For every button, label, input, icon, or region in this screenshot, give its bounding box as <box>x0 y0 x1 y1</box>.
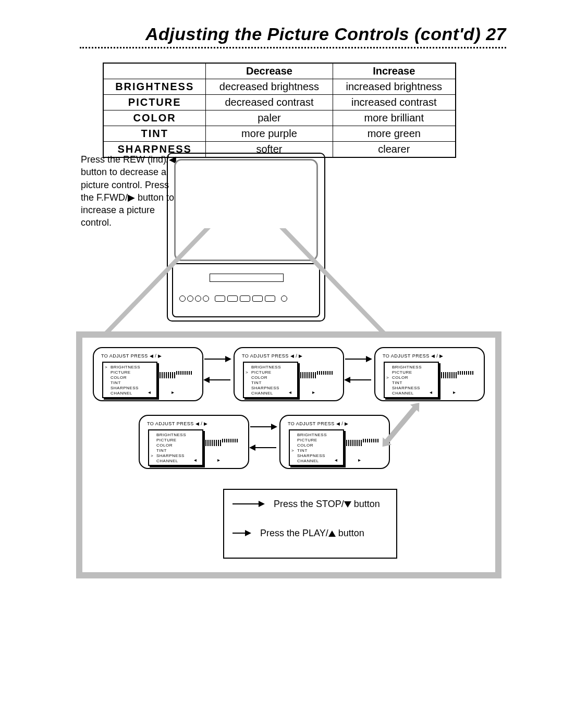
table-row: COLOR paler more brilliant <box>103 110 456 126</box>
manual-page: Adjusting the Picture Controls (cont'd) … <box>0 0 563 728</box>
osd-item: PICTURE <box>151 438 202 443</box>
col-blank <box>103 63 206 79</box>
level-bar <box>300 371 336 377</box>
row-inc: more green <box>333 126 456 142</box>
osd-header: TO ADJUST PRESS ◀ / ▶ <box>383 353 444 359</box>
header-divider <box>80 47 506 48</box>
table-row: PICTURE decreased contrast increased con… <box>103 95 456 110</box>
left-right-indicator: ◂▸ <box>289 389 336 395</box>
row-dec: paler <box>206 110 333 126</box>
left-right-indicator: ◂▸ <box>194 457 241 463</box>
osd-header: TO ADJUST PRESS ◀ / ▶ <box>288 421 349 426</box>
osd-item: TINT <box>246 380 297 386</box>
level-bar <box>346 439 382 445</box>
row-name: COLOR <box>103 110 206 126</box>
osd-item: PICTURE <box>246 370 297 375</box>
osd-header: TO ADJUST PRESS ◀ / ▶ <box>242 353 303 359</box>
arrow-right-icon <box>232 533 250 534</box>
left-right-indicator: ◂▸ <box>430 389 476 395</box>
tape-slot <box>210 274 284 282</box>
table-row: TINT more purple more green <box>103 126 456 142</box>
osd-item: BRIGHTNESS <box>292 433 343 438</box>
arrow-right-icon <box>345 359 371 360</box>
arrow-left-icon <box>345 379 371 380</box>
osd-item: TINT <box>387 380 438 386</box>
title-text: Adjusting the Picture Controls (cont'd) <box>145 24 481 44</box>
osd-flow-panel: TO ADJUST PRESS ◀ / ▶ BRIGHTNESS PICTURE… <box>76 331 501 578</box>
osd-card-color: TO ADJUST PRESS ◀ / ▶ BRIGHTNESS PICTURE… <box>374 347 485 401</box>
osd-item: COLOR <box>151 443 202 448</box>
osd-item: BRIGHTNESS <box>151 433 202 438</box>
legend-play-text: Press the PLAY/ button <box>260 528 375 539</box>
osd-card-tint: TO ADJUST PRESS ◀ / ▶ BRIGHTNESS PICTURE… <box>279 415 390 469</box>
osd-item: PICTURE <box>105 370 156 375</box>
legend-box: Press the STOP/ button Press the PLAY/ b… <box>223 489 397 559</box>
triangle-up-icon <box>328 530 336 537</box>
osd-item: TINT <box>292 448 343 453</box>
osd-item: COLOR <box>292 443 343 448</box>
osd-item: BRIGHTNESS <box>105 365 156 370</box>
row-name: PICTURE <box>103 95 206 110</box>
osd-item: TINT <box>151 448 202 453</box>
row-inc: increased contrast <box>333 95 456 110</box>
row-inc: clearer <box>333 142 456 158</box>
tv-illustration <box>167 153 325 322</box>
col-decrease: Decrease <box>206 63 333 79</box>
osd-item: PICTURE <box>292 438 343 443</box>
table-row: BRIGHTNESS decreased brightness increase… <box>103 79 456 95</box>
page-number: 27 <box>486 24 506 44</box>
osd-item: BRIGHTNESS <box>246 365 297 370</box>
row-dec: more purple <box>206 126 333 142</box>
legend-row-stop: Press the STOP/ button <box>232 498 390 510</box>
arrow-right-icon <box>204 359 230 360</box>
osd-item: COLOR <box>387 375 438 380</box>
col-increase: Increase <box>333 63 456 79</box>
osd-item: COLOR <box>246 375 297 380</box>
level-bar <box>160 371 195 377</box>
vcr-buttons <box>179 293 313 309</box>
osd-item: BRIGHTNESS <box>387 365 438 370</box>
row-inc: more brilliant <box>333 110 456 126</box>
level-bar <box>441 371 476 377</box>
row-name: TINT <box>103 126 206 142</box>
arrow-left-icon <box>250 447 276 448</box>
osd-item: TINT <box>105 380 156 386</box>
osd-item: COLOR <box>105 375 156 380</box>
row-dec: decreased contrast <box>206 95 333 110</box>
arrow-right-icon <box>250 426 276 427</box>
osd-card-brightness: TO ADJUST PRESS ◀ / ▶ BRIGHTNESS PICTURE… <box>93 347 203 401</box>
row-inc: increased brightness <box>333 79 456 95</box>
page-title: Adjusting the Picture Controls (cont'd) … <box>145 24 506 44</box>
picture-controls-table: Decrease Increase BRIGHTNESS decreased b… <box>103 63 456 158</box>
osd-card-sharpness: TO ADJUST PRESS ◀ / ▶ BRIGHTNESS PICTURE… <box>139 415 249 469</box>
vcr-panel <box>172 263 320 317</box>
arrow-left-icon <box>204 379 230 380</box>
osd-card-picture: TO ADJUST PRESS ◀ / ▶ BRIGHTNESS PICTURE… <box>234 347 344 401</box>
arrow-right-icon <box>232 503 264 504</box>
row-dec: decreased brightness <box>206 79 333 95</box>
legend-row-play: Press the PLAY/ button <box>232 527 390 539</box>
level-bar <box>205 439 241 445</box>
legend-stop-text: Press the STOP/ button <box>274 499 388 510</box>
left-right-indicator: ◂▸ <box>335 457 382 463</box>
osd-header: TO ADJUST PRESS ◀ / ▶ <box>101 353 162 359</box>
left-right-indicator: ◂▸ <box>148 389 195 395</box>
osd-header: TO ADJUST PRESS ◀ / ▶ <box>147 421 208 426</box>
triangle-down-icon <box>344 501 351 508</box>
row-name: BRIGHTNESS <box>103 79 206 95</box>
osd-item: PICTURE <box>387 370 438 375</box>
